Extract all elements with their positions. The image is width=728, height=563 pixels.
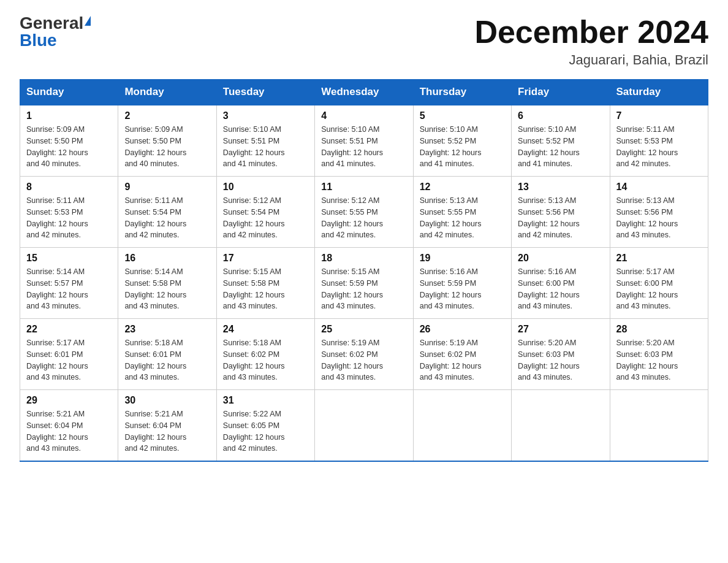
day-number: 5 bbox=[420, 110, 505, 121]
calendar-cell: 18Sunrise: 5:15 AMSunset: 5:59 PMDayligh… bbox=[315, 248, 413, 319]
day-number: 23 bbox=[124, 324, 210, 335]
logo: General Blue bbox=[20, 15, 91, 49]
day-number: 14 bbox=[616, 182, 702, 193]
day-number: 8 bbox=[26, 182, 112, 193]
calendar-cell: 23Sunrise: 5:18 AMSunset: 6:01 PMDayligh… bbox=[118, 319, 216, 390]
day-info: Sunrise: 5:09 AMSunset: 5:50 PMDaylight:… bbox=[26, 124, 112, 170]
calendar-cell: 21Sunrise: 5:17 AMSunset: 6:00 PMDayligh… bbox=[610, 248, 708, 319]
calendar-week-row: 1Sunrise: 5:09 AMSunset: 5:50 PMDaylight… bbox=[20, 105, 708, 177]
calendar-cell: 15Sunrise: 5:14 AMSunset: 5:57 PMDayligh… bbox=[20, 248, 118, 319]
calendar-cell bbox=[512, 390, 610, 462]
calendar-week-row: 29Sunrise: 5:21 AMSunset: 6:04 PMDayligh… bbox=[20, 390, 708, 462]
day-info: Sunrise: 5:17 AMSunset: 6:01 PMDaylight:… bbox=[26, 337, 112, 383]
day-number: 1 bbox=[26, 110, 112, 121]
day-info: Sunrise: 5:09 AMSunset: 5:50 PMDaylight:… bbox=[124, 124, 210, 170]
day-info: Sunrise: 5:14 AMSunset: 5:57 PMDaylight:… bbox=[26, 266, 112, 312]
day-info: Sunrise: 5:19 AMSunset: 6:02 PMDaylight:… bbox=[321, 337, 406, 383]
calendar-cell: 20Sunrise: 5:16 AMSunset: 6:00 PMDayligh… bbox=[512, 248, 610, 319]
calendar-week-row: 8Sunrise: 5:11 AMSunset: 5:53 PMDaylight… bbox=[20, 177, 708, 248]
logo-blue-text: Blue bbox=[20, 32, 57, 49]
day-info: Sunrise: 5:16 AMSunset: 6:00 PMDaylight:… bbox=[518, 266, 603, 312]
day-number: 11 bbox=[321, 182, 406, 193]
calendar-cell: 19Sunrise: 5:16 AMSunset: 5:59 PMDayligh… bbox=[413, 248, 511, 319]
calendar-cell bbox=[610, 390, 708, 462]
day-info: Sunrise: 5:18 AMSunset: 6:02 PMDaylight:… bbox=[223, 337, 308, 383]
day-info: Sunrise: 5:11 AMSunset: 5:53 PMDaylight:… bbox=[616, 124, 702, 170]
day-info: Sunrise: 5:16 AMSunset: 5:59 PMDaylight:… bbox=[420, 266, 505, 312]
day-info: Sunrise: 5:13 AMSunset: 5:56 PMDaylight:… bbox=[616, 195, 702, 241]
day-info: Sunrise: 5:15 AMSunset: 5:59 PMDaylight:… bbox=[321, 266, 406, 312]
calendar-header-row: SundayMondayTuesdayWednesdayThursdayFrid… bbox=[20, 80, 708, 105]
day-number: 10 bbox=[223, 182, 308, 193]
calendar-cell: 31Sunrise: 5:22 AMSunset: 6:05 PMDayligh… bbox=[216, 390, 314, 462]
day-number: 9 bbox=[124, 182, 210, 193]
title-block: December 2024 Jaguarari, Bahia, Brazil bbox=[474, 15, 708, 68]
day-number: 12 bbox=[420, 182, 505, 193]
calendar-cell: 8Sunrise: 5:11 AMSunset: 5:53 PMDaylight… bbox=[20, 177, 118, 248]
day-info: Sunrise: 5:10 AMSunset: 5:51 PMDaylight:… bbox=[223, 124, 308, 170]
calendar-cell: 14Sunrise: 5:13 AMSunset: 5:56 PMDayligh… bbox=[610, 177, 708, 248]
day-number: 3 bbox=[223, 110, 308, 121]
day-info: Sunrise: 5:11 AMSunset: 5:53 PMDaylight:… bbox=[26, 195, 112, 241]
page-header: General Blue December 2024 Jaguarari, Ba… bbox=[20, 15, 708, 68]
calendar-cell: 7Sunrise: 5:11 AMSunset: 5:53 PMDaylight… bbox=[610, 105, 708, 177]
day-number: 4 bbox=[321, 110, 406, 121]
day-number: 18 bbox=[321, 253, 406, 264]
day-header-wednesday: Wednesday bbox=[315, 80, 413, 105]
day-header-sunday: Sunday bbox=[20, 80, 118, 105]
day-number: 26 bbox=[420, 324, 505, 335]
day-info: Sunrise: 5:13 AMSunset: 5:56 PMDaylight:… bbox=[518, 195, 603, 241]
day-info: Sunrise: 5:22 AMSunset: 6:05 PMDaylight:… bbox=[223, 408, 308, 454]
calendar-cell: 22Sunrise: 5:17 AMSunset: 6:01 PMDayligh… bbox=[20, 319, 118, 390]
day-info: Sunrise: 5:10 AMSunset: 5:52 PMDaylight:… bbox=[518, 124, 603, 170]
calendar-cell: 4Sunrise: 5:10 AMSunset: 5:51 PMDaylight… bbox=[315, 105, 413, 177]
logo-general-text: General bbox=[20, 15, 83, 32]
day-number: 20 bbox=[518, 253, 603, 264]
calendar-cell: 30Sunrise: 5:21 AMSunset: 6:04 PMDayligh… bbox=[118, 390, 216, 462]
calendar-cell: 12Sunrise: 5:13 AMSunset: 5:55 PMDayligh… bbox=[413, 177, 511, 248]
day-info: Sunrise: 5:20 AMSunset: 6:03 PMDaylight:… bbox=[616, 337, 702, 383]
calendar-cell: 2Sunrise: 5:09 AMSunset: 5:50 PMDaylight… bbox=[118, 105, 216, 177]
day-number: 21 bbox=[616, 253, 702, 264]
calendar-cell: 9Sunrise: 5:11 AMSunset: 5:54 PMDaylight… bbox=[118, 177, 216, 248]
calendar-cell: 3Sunrise: 5:10 AMSunset: 5:51 PMDaylight… bbox=[216, 105, 314, 177]
day-header-tuesday: Tuesday bbox=[216, 80, 314, 105]
day-info: Sunrise: 5:13 AMSunset: 5:55 PMDaylight:… bbox=[420, 195, 505, 241]
calendar-cell: 16Sunrise: 5:14 AMSunset: 5:58 PMDayligh… bbox=[118, 248, 216, 319]
day-number: 7 bbox=[616, 110, 702, 121]
day-number: 2 bbox=[124, 110, 210, 121]
day-number: 27 bbox=[518, 324, 603, 335]
calendar-cell: 13Sunrise: 5:13 AMSunset: 5:56 PMDayligh… bbox=[512, 177, 610, 248]
day-number: 31 bbox=[223, 395, 308, 406]
calendar-cell: 17Sunrise: 5:15 AMSunset: 5:58 PMDayligh… bbox=[216, 248, 314, 319]
day-header-monday: Monday bbox=[118, 80, 216, 105]
day-info: Sunrise: 5:21 AMSunset: 6:04 PMDaylight:… bbox=[26, 408, 112, 454]
day-number: 19 bbox=[420, 253, 505, 264]
calendar-cell: 10Sunrise: 5:12 AMSunset: 5:54 PMDayligh… bbox=[216, 177, 314, 248]
day-info: Sunrise: 5:12 AMSunset: 5:54 PMDaylight:… bbox=[223, 195, 308, 241]
calendar-cell: 26Sunrise: 5:19 AMSunset: 6:02 PMDayligh… bbox=[413, 319, 511, 390]
calendar-cell: 6Sunrise: 5:10 AMSunset: 5:52 PMDaylight… bbox=[512, 105, 610, 177]
calendar-cell: 11Sunrise: 5:12 AMSunset: 5:55 PMDayligh… bbox=[315, 177, 413, 248]
day-header-saturday: Saturday bbox=[610, 80, 708, 105]
day-info: Sunrise: 5:10 AMSunset: 5:51 PMDaylight:… bbox=[321, 124, 406, 170]
day-number: 22 bbox=[26, 324, 112, 335]
day-info: Sunrise: 5:10 AMSunset: 5:52 PMDaylight:… bbox=[420, 124, 505, 170]
calendar-cell bbox=[413, 390, 511, 462]
calendar-cell: 5Sunrise: 5:10 AMSunset: 5:52 PMDaylight… bbox=[413, 105, 511, 177]
day-number: 29 bbox=[26, 395, 112, 406]
day-number: 25 bbox=[321, 324, 406, 335]
calendar-week-row: 22Sunrise: 5:17 AMSunset: 6:01 PMDayligh… bbox=[20, 319, 708, 390]
month-title: December 2024 bbox=[474, 15, 708, 50]
calendar-cell: 28Sunrise: 5:20 AMSunset: 6:03 PMDayligh… bbox=[610, 319, 708, 390]
day-info: Sunrise: 5:12 AMSunset: 5:55 PMDaylight:… bbox=[321, 195, 406, 241]
day-number: 13 bbox=[518, 182, 603, 193]
calendar-cell bbox=[315, 390, 413, 462]
day-info: Sunrise: 5:11 AMSunset: 5:54 PMDaylight:… bbox=[124, 195, 210, 241]
calendar-table: SundayMondayTuesdayWednesdayThursdayFrid… bbox=[20, 79, 708, 462]
day-info: Sunrise: 5:18 AMSunset: 6:01 PMDaylight:… bbox=[124, 337, 210, 383]
day-number: 6 bbox=[518, 110, 603, 121]
calendar-week-row: 15Sunrise: 5:14 AMSunset: 5:57 PMDayligh… bbox=[20, 248, 708, 319]
day-info: Sunrise: 5:20 AMSunset: 6:03 PMDaylight:… bbox=[518, 337, 603, 383]
calendar-cell: 24Sunrise: 5:18 AMSunset: 6:02 PMDayligh… bbox=[216, 319, 314, 390]
